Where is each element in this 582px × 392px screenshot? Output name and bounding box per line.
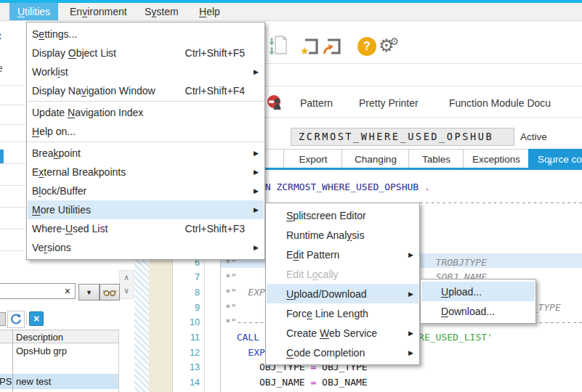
tab-changing[interactable]: Changing bbox=[341, 149, 409, 168]
tab-partial bbox=[263, 149, 284, 168]
help-icon[interactable]: ? bbox=[357, 37, 376, 56]
menu-item-label: Help on... bbox=[28, 126, 76, 137]
menu-item-label: Upload/Download bbox=[267, 288, 367, 300]
left-pane-fragment-text: e bbox=[0, 62, 3, 74]
menu-item-label: Where-Used List bbox=[28, 223, 108, 234]
toolbar-button-function-module-docu[interactable]: Function Module Docu bbox=[449, 97, 551, 109]
menubar-item-system[interactable]: System bbox=[140, 3, 183, 20]
menu-item-edit-pattern[interactable]: Edit Pattern▶ bbox=[267, 245, 419, 264]
menu-item-edit-locally: Edit Locally bbox=[267, 264, 419, 284]
submenu-arrow-icon: ▶ bbox=[254, 150, 259, 157]
status-active-label: Active bbox=[520, 131, 547, 142]
menu-item-more-utilities[interactable]: More Utilities▶ bbox=[28, 200, 264, 219]
scroll-down-icon[interactable]: ∨ bbox=[120, 284, 133, 297]
glasses-icon bbox=[103, 288, 116, 297]
menu-item-download[interactable]: Download... bbox=[421, 301, 535, 321]
menu-item-external-breakpoints[interactable]: External Breakpoints▶ bbox=[28, 163, 264, 181]
menu-item-shortcut: Ctrl+Shift+F5 bbox=[185, 47, 264, 59]
menu-item-label: Worklist bbox=[28, 66, 68, 78]
menu-item-display-navigation-window[interactable]: Display Navigation WindowCtrl+Shift+F4 bbox=[28, 81, 264, 100]
settings-gears-icon[interactable]: ⚙⚙ bbox=[377, 34, 400, 57]
line-number: 14 bbox=[172, 375, 200, 390]
menu-item-upload[interactable]: Upload... bbox=[421, 282, 535, 301]
table-row-selected[interactable]: PSI new test bbox=[0, 374, 118, 389]
more-utilities-submenu: Splitscreen EditorRuntime AnalysisEdit P… bbox=[265, 203, 420, 365]
submenu-arrow-icon: ▶ bbox=[254, 206, 259, 213]
menu-item-settings[interactable]: Settings... bbox=[28, 25, 264, 44]
code-line[interactable]: OBJ_NAME = OBJ_NAME bbox=[225, 375, 368, 390]
new-session-star-icon[interactable]: ★ bbox=[299, 38, 319, 56]
menu-item-splitscreen-editor[interactable]: Splitscreen Editor bbox=[267, 205, 419, 225]
menu-item-label: Runtime Analysis bbox=[267, 229, 364, 241]
line-number: 12 bbox=[172, 346, 200, 360]
menu-item-create-web-service[interactable]: Create Web Service▶ bbox=[267, 323, 419, 343]
tab-source-code[interactable]: Source code bbox=[528, 149, 582, 168]
menu-item-label: Update Navigation Index bbox=[28, 107, 143, 118]
column-header-description[interactable]: Description bbox=[16, 332, 63, 343]
function-name-value: ZCRMOST_WHERE_USED_OPSHUB bbox=[291, 128, 514, 142]
menu-item-worklist[interactable]: Worklist▶ bbox=[28, 62, 264, 81]
submenu-arrow-icon: ▶ bbox=[408, 349, 413, 356]
menu-item-label: Display Navigation Window bbox=[28, 85, 155, 97]
close-panel-button[interactable]: × bbox=[29, 311, 44, 326]
menu-item-shortcut: Ctrl+Shift+F3 bbox=[185, 223, 264, 234]
partial-icon-fragment bbox=[0, 312, 6, 326]
menu-item-label: Force Line Length bbox=[267, 308, 368, 319]
menu-item-label: Upload... bbox=[421, 286, 482, 298]
clear-search-icon[interactable]: × bbox=[65, 285, 70, 297]
scrollbar-vertical[interactable]: ∧ ∨ bbox=[119, 270, 134, 299]
submenu-arrow-icon: ▶ bbox=[408, 330, 413, 337]
utilities-menu: Settings...Display Object ListCtrl+Shift… bbox=[26, 22, 265, 260]
menu-item-update-navigation-index[interactable]: Update Navigation Index bbox=[28, 103, 264, 122]
menubar-item-utilities[interactable]: Utilities bbox=[9, 3, 58, 20]
shortcut-arrow-icon[interactable] bbox=[322, 38, 341, 56]
menu-item-display-object-list[interactable]: Display Object ListCtrl+Shift+F5 bbox=[28, 44, 264, 62]
tab-export[interactable]: Export bbox=[283, 149, 342, 168]
menu-item-code-completion[interactable]: Code Completion▶ bbox=[267, 343, 419, 362]
line-number: 10 bbox=[172, 315, 200, 330]
submenu-arrow-icon: ▶ bbox=[408, 290, 413, 298]
scroll-up-icon[interactable]: ∧ bbox=[120, 271, 133, 284]
line-number: 7 bbox=[172, 270, 200, 285]
menu-item-label: Block/Buffer bbox=[28, 185, 86, 197]
menu-item-versions[interactable]: Versions▶ bbox=[28, 238, 264, 257]
table-header-row[interactable]: Description bbox=[0, 330, 118, 343]
menu-item-upload-download[interactable]: Upload/Download▶ bbox=[267, 284, 419, 303]
user-status-icon[interactable] bbox=[267, 94, 283, 110]
dropdown-button[interactable]: ▼ bbox=[78, 284, 100, 301]
menu-item-breakpoint[interactable]: Breakpoint▶ bbox=[28, 144, 264, 163]
table-cell-description: new test bbox=[16, 376, 51, 387]
menubar-item-help[interactable]: Help bbox=[195, 3, 225, 20]
menu-item-runtime-analysis[interactable]: Runtime Analysis bbox=[267, 225, 419, 245]
collapse-chevron-icon[interactable]: ∧ bbox=[547, 159, 552, 167]
menubar-item-environment[interactable]: Environment bbox=[65, 3, 132, 20]
submenu-arrow-icon: ▶ bbox=[254, 68, 259, 75]
sap-gui-window: UtilitiesEnvironmentSystemHelp × e ★ bbox=[0, 0, 582, 392]
submenu-arrow-icon: ▶ bbox=[254, 168, 259, 176]
line-number: 9 bbox=[172, 301, 200, 315]
menu-item-force-line-length[interactable]: Force Line Length bbox=[267, 303, 419, 323]
menu-item-help-on[interactable]: Help on... bbox=[28, 122, 264, 141]
toolbar-button-pattern[interactable]: Pattern bbox=[300, 97, 333, 109]
refresh-icon bbox=[10, 314, 22, 325]
function-name-field[interactable]: ZCRMOST_WHERE_USED_OPSHUB bbox=[291, 128, 514, 146]
line-number: 11 bbox=[172, 330, 200, 345]
menu-bar: UtilitiesEnvironmentSystemHelp bbox=[0, 3, 582, 21]
toolbar-button-pretty-printer[interactable]: Pretty Printer bbox=[359, 97, 419, 109]
table-cell-id: PSI bbox=[0, 376, 12, 387]
tab-tables[interactable]: Tables bbox=[408, 149, 464, 168]
display-glasses-button[interactable] bbox=[100, 284, 120, 301]
upload-download-submenu: Upload...Download... bbox=[420, 279, 536, 324]
menu-separator bbox=[28, 101, 264, 102]
line-number: 8 bbox=[172, 285, 200, 300]
menu-item-block-buffer[interactable]: Block/Buffer▶ bbox=[28, 181, 264, 200]
menu-separator bbox=[28, 142, 264, 142]
menu-item-label: Edit Pattern bbox=[267, 249, 339, 261]
tab-exceptions[interactable]: Exceptions bbox=[463, 149, 529, 168]
search-input[interactable]: × bbox=[0, 283, 76, 299]
table-row[interactable]: OpsHub grp bbox=[0, 343, 118, 358]
import-document-icon[interactable] bbox=[269, 35, 288, 57]
menu-item-label: More Utilities bbox=[28, 204, 91, 216]
menu-item-where-used-list[interactable]: Where-Used ListCtrl+Shift+F3 bbox=[28, 219, 264, 238]
refresh-button[interactable] bbox=[7, 311, 25, 328]
